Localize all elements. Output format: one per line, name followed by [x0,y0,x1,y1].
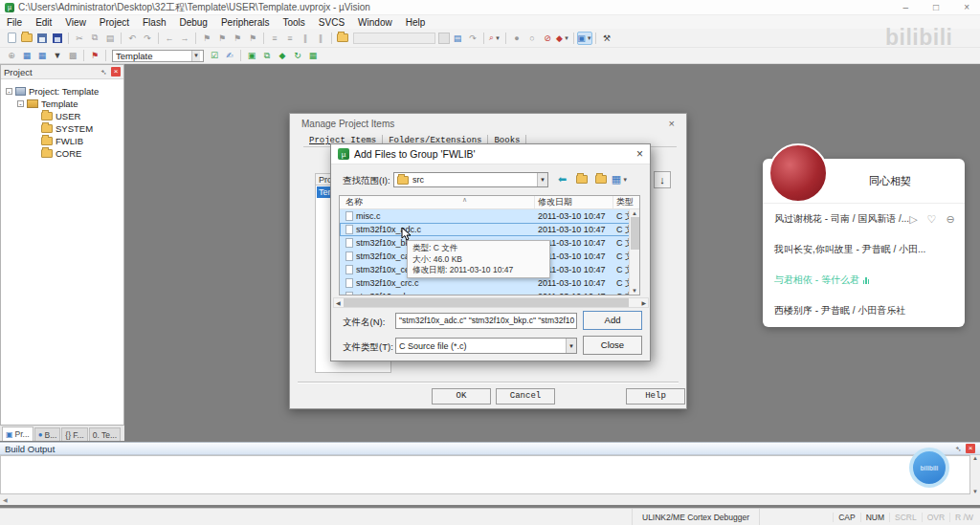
file-list-vertical-scrollbar[interactable]: ▲ ▼ [629,209,639,295]
expander-icon[interactable]: - [17,100,24,107]
menu-file[interactable]: File [0,17,29,28]
build-icon[interactable]: ▦ [19,49,34,62]
wrench-icon[interactable]: ⚒ [599,32,614,45]
pack-installer-icon[interactable]: ▦ [305,49,321,62]
view-menu-icon[interactable]: ▦▼ [612,172,628,186]
add-button[interactable]: Add [583,311,642,330]
tree-item-template-group[interactable]: - Template [1,98,123,110]
cancel-button[interactable]: Cancel [496,388,555,405]
save-icon[interactable] [34,32,50,45]
rebuild-icon[interactable]: ▦ [34,49,50,62]
bookmark-clear-icon[interactable]: ⚑ [245,32,260,45]
menu-tools[interactable]: Tools [277,17,312,28]
move-down-button[interactable]: ↓ [654,171,671,188]
file-row-partial[interactable]: stm32f10x_dac.c 2011-03-10 10:47 C 文 [340,290,639,295]
menu-view[interactable]: View [58,17,93,28]
configure-icon[interactable] [335,32,350,45]
menu-svcs[interactable]: SVCS [312,17,351,28]
pin-icon[interactable]: ➴ [100,68,108,77]
file-list-horizontal-scrollbar[interactable]: ◀ ▶ [333,297,649,308]
tree-item-core[interactable]: CORE [1,147,123,160]
target-options-checkbox-icon[interactable]: ☑ [207,49,222,62]
manage-close-icon[interactable]: × [669,118,675,129]
chevron-down-icon[interactable]: ▼ [537,173,547,186]
menu-window[interactable]: Window [351,17,399,28]
heart-icon[interactable]: ♡ [927,213,937,226]
scroll-right-icon[interactable]: ▶ [639,299,648,306]
file-row[interactable]: misc.c 2011-03-10 10:47 C 文 [340,209,639,223]
menu-project[interactable]: Project [93,17,136,28]
panel-close-icon[interactable]: × [111,67,121,77]
pin-icon[interactable]: ➴ [955,445,963,453]
pack-diamond-icon[interactable]: ◆ [275,49,290,62]
new-folder-icon[interactable] [592,172,609,186]
help-button[interactable]: Help [626,388,685,405]
menu-debug[interactable]: Debug [172,17,213,28]
window-layout-icon[interactable]: ▣▼ [577,32,592,45]
build-output-content[interactable] [0,455,970,494]
ok-button[interactable]: OK [432,388,491,405]
debug-magnifier-icon[interactable]: ⌕▼ [487,32,502,45]
find-button[interactable] [438,33,450,44]
jump-icon[interactable]: ↷ [465,32,480,45]
more-icon[interactable]: ⊖ [946,213,954,226]
tab-project[interactable]: ▣Pr... [2,427,33,441]
configure-target-icon[interactable]: ✍ [222,49,237,62]
build-output-horizontal-scrollbar[interactable]: ◀ [0,494,980,505]
tree-item-system[interactable]: SYSTEM [1,122,123,135]
navigate-back-icon[interactable]: ← [162,32,177,45]
bookmark-next-icon[interactable]: ⚑ [230,32,245,45]
close-button[interactable]: × [964,2,969,12]
breakpoint-enable-icon[interactable]: ○ [524,32,540,45]
cut-icon[interactable]: ✂ [72,32,87,45]
uncomment-icon[interactable]: ∥ [313,32,328,45]
outdent-icon[interactable]: ≡ [267,32,282,45]
play-icon[interactable]: ▷ [909,213,917,226]
new-file-icon[interactable] [4,32,19,45]
maximize-button[interactable]: □ [933,2,939,12]
back-icon[interactable]: ⬅ [554,172,570,186]
copy-icon[interactable]: ⧉ [87,32,102,45]
breakpoint-kill-icon[interactable]: ⊘ [540,32,555,45]
breakpoint-stop-icon[interactable]: ◆▼ [555,32,570,45]
up-one-level-icon[interactable] [573,172,590,186]
menu-edit[interactable]: Edit [29,17,58,28]
breakpoint-icon[interactable]: ● [509,32,524,45]
target-select[interactable]: Template ▼ [112,50,204,62]
scroll-thumb[interactable] [344,298,629,307]
manage-rte-icon[interactable]: ▣ [244,49,259,62]
add-dialog-close-icon[interactable]: × [636,147,643,161]
tab-templates[interactable]: 0. Te... [89,427,121,441]
file-row[interactable]: stm32f10x_crc.c 2011-03-10 10:47 C 文 [340,276,639,290]
scroll-up-icon[interactable]: ▲ [972,455,978,461]
scroll-left-icon[interactable]: ◀ [3,496,8,503]
find-in-files-search-box[interactable] [353,33,435,44]
tab-books[interactable]: ●B... [34,427,61,441]
look-in-select[interactable]: src ▼ [393,172,548,187]
expander-icon[interactable]: - [6,88,12,95]
paste-icon[interactable]: ▤ [102,32,118,45]
column-type[interactable]: 类型 [613,196,639,208]
tree-item-project-root[interactable]: - Project: Template [1,85,123,98]
column-name[interactable]: 名称 [340,196,535,208]
stop-build-icon[interactable]: ▩ [65,49,80,62]
undo-icon[interactable]: ↶ [124,32,140,45]
chevron-down-icon[interactable]: ▼ [566,339,576,353]
bookmark-prev-icon[interactable]: ⚑ [214,32,230,45]
menu-help[interactable]: Help [399,17,433,28]
menu-peripherals[interactable]: Peripherals [214,17,277,28]
file-name-input[interactable]: "stm32f10x_adc.c" "stm32f10x_bkp.c" "stm… [395,313,577,329]
scroll-thumb[interactable] [631,217,639,250]
tab-functions[interactable]: {} F... [61,427,87,441]
tree-item-user[interactable]: USER [1,110,123,122]
find-in-files-icon[interactable]: ▤ [450,32,465,45]
minimize-button[interactable]: – [903,2,909,12]
file-type-select[interactable]: C Source file (*.c) ▼ [395,338,577,354]
song-row[interactable]: 我叫长安,你叫故里 - 尹昔眠 / 小田... [763,234,965,265]
tree-item-fwlib[interactable]: FWLIB [1,135,123,147]
album-avatar[interactable] [768,143,828,203]
pack-update-icon[interactable]: ↻ [290,49,305,62]
close-dialog-button[interactable]: Close [583,336,642,355]
download-icon[interactable]: ⚑ [87,49,102,62]
navigate-forward-icon[interactable]: → [177,32,192,45]
